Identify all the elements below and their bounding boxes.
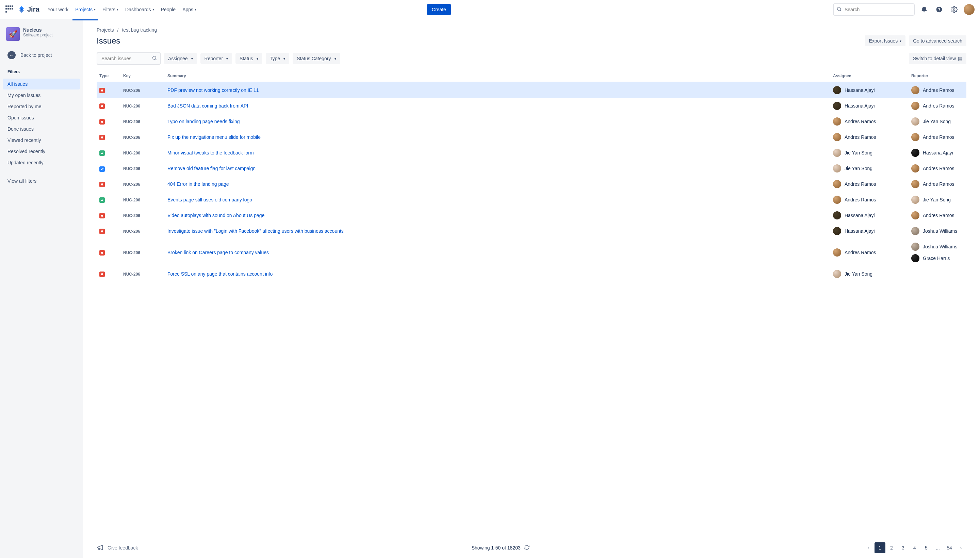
jira-logo[interactable]: Jira [18,5,39,14]
issue-summary-link[interactable]: Events page still uses old company logo [167,197,252,202]
issue-type-icon [99,182,105,187]
filter-viewed-recently[interactable]: Viewed recently [3,135,80,146]
nav-apps[interactable]: Apps▾ [180,4,199,15]
global-search-input[interactable] [833,3,915,16]
app-switcher-icon[interactable] [5,5,14,14]
table-row[interactable]: NUC-206Bad JSON data coming back from AP… [97,98,966,114]
assignee-name: Hassana Ajayi [845,87,875,93]
table-row[interactable]: NUC-206FIx up the navigations menu slide… [97,129,966,145]
search-icon [152,56,157,62]
issues-search-input[interactable] [97,53,161,65]
assignee-name: Jie Yan Song [845,271,872,277]
pagination-next[interactable]: › [955,542,966,553]
col-assignee[interactable]: Assignee [830,70,909,82]
issue-summary-link[interactable]: Remove old feature flag for last campaig… [167,166,256,171]
issue-key[interactable]: NUC-206 [123,272,140,277]
page-title: Issues [97,36,120,46]
export-issues-button[interactable]: Export Issues ▾ [865,35,906,46]
filter-resolved-recently[interactable]: Resolved recently [3,146,80,157]
profile-avatar[interactable] [964,4,975,15]
filter-pill-assignee[interactable]: Assignee▾ [164,53,197,64]
refresh-icon[interactable] [524,545,529,551]
nav-your-work[interactable]: Your work [45,4,71,15]
issue-key[interactable]: NUC-206 [123,213,140,218]
help-icon[interactable]: ? [934,4,945,15]
settings-icon[interactable] [949,4,960,15]
avatar [833,270,841,278]
col-summary[interactable]: Summary [165,70,830,82]
issue-key[interactable]: NUC-206 [123,120,140,124]
assignee-name: Hassana Ajayi [845,228,875,234]
col-type[interactable]: Type [97,70,120,82]
give-feedback-link[interactable]: Give feedback [97,544,138,552]
page-1[interactable]: 1 [875,542,885,553]
issue-summary-link[interactable]: Bad JSON data coming back from API [167,103,248,108]
issue-summary-link[interactable]: FIx up the navigations menu slide for mo… [167,135,261,140]
filter-pill-type[interactable]: Type▾ [266,53,289,64]
page-3[interactable]: 3 [898,542,909,553]
advanced-search-button[interactable]: Go to advanced search [909,35,966,46]
filter-pill-status-category[interactable]: Status Category▾ [293,53,340,64]
col-reporter[interactable]: Reporter [909,70,966,82]
chevron-down-icon: ▾ [335,57,336,61]
project-type: Software project [23,33,53,38]
breadcrumb-projects[interactable]: Projects [97,27,114,33]
nav-dashboards[interactable]: Dashboards▾ [123,4,157,15]
filter-pill-reporter[interactable]: Reporter▾ [200,53,232,64]
table-row[interactable]: NUC-206Force SSL on any page that contai… [97,266,966,282]
filter-open-issues[interactable]: Open issues [3,112,80,123]
filter-pill-status[interactable]: Status▾ [235,53,263,64]
issue-key[interactable]: NUC-206 [123,104,140,108]
breadcrumb-project-name[interactable]: test bug tracking [122,27,157,33]
issue-key[interactable]: NUC-206 [123,151,140,156]
page-5[interactable]: 5 [921,542,932,553]
issue-key[interactable]: NUC-206 [123,182,140,187]
avatar [911,86,919,94]
table-row[interactable]: NUC-206PDF preview not working correctly… [97,82,966,98]
issue-summary-link[interactable]: Typo on landing page needs fixing [167,119,240,124]
nav-people[interactable]: People [158,4,179,15]
issue-summary-link[interactable]: Broken link on Careers page to company v… [167,250,269,255]
table-row[interactable]: NUC-206404 Error in the landing pageAndr… [97,176,966,192]
page-2[interactable]: 2 [886,542,897,553]
filter-all-issues[interactable]: All issues [3,79,80,89]
issue-summary-link[interactable]: Minor visual tweaks to the feedback form [167,150,254,156]
issue-key[interactable]: NUC-206 [123,88,140,93]
view-all-filters-link[interactable]: View all filters [3,176,80,187]
filter-reported-by-me[interactable]: Reported by me [3,101,80,112]
avatar [833,164,841,172]
table-row[interactable]: NUC-206Typo on landing page needs fixing… [97,114,966,129]
back-to-project-link[interactable]: ← Back to project [3,48,80,62]
table-row[interactable]: NUC-206Video autoplays with sound on Abo… [97,208,966,223]
filter-done-issues[interactable]: Done issues [3,123,80,135]
pagination-prev[interactable]: ‹ [863,542,874,553]
col-key[interactable]: Key [120,70,165,82]
avatar [911,227,919,235]
issue-key[interactable]: NUC-206 [123,135,140,140]
reporter-name: Joshua Williams [923,228,957,234]
issue-summary-link[interactable]: Investigate issue with "Login with Faceb… [167,228,344,234]
table-row[interactable]: NUC-206Events page still uses old compan… [97,192,966,208]
table-row[interactable]: NUC-206Remove old feature flag for last … [97,161,966,176]
nav-filters[interactable]: Filters▾ [100,4,121,15]
table-row[interactable]: NUC-206Broken link on Careers page to co… [97,239,966,266]
issue-summary-link[interactable]: Force SSL on any page that contains acco… [167,271,272,277]
create-button[interactable]: Create [427,4,451,15]
page-54[interactable]: 54 [944,542,955,553]
filter-updated-recently[interactable]: Updated recently [3,157,80,168]
switch-view-button[interactable]: Switch to detail view ▤ [909,53,966,64]
issue-summary-link[interactable]: PDF preview not working correctly on IE … [167,87,259,93]
breadcrumb: Projects / test bug tracking [97,27,966,33]
notifications-icon[interactable] [919,4,930,15]
issue-key[interactable]: NUC-206 [123,229,140,234]
issue-key[interactable]: NUC-206 [123,198,140,202]
issue-summary-link[interactable]: 404 Error in the landing page [167,181,229,187]
issue-key[interactable]: NUC-206 [123,166,140,171]
filter-my-open-issues[interactable]: My open issues [3,90,80,101]
issue-summary-link[interactable]: Video autoplays with sound on About Us p… [167,213,264,218]
nav-projects[interactable]: Projects▾ [72,4,98,15]
table-row[interactable]: NUC-206Minor visual tweaks to the feedba… [97,145,966,161]
table-row[interactable]: NUC-206Investigate issue with "Login wit… [97,223,966,239]
issue-key[interactable]: NUC-206 [123,250,140,255]
page-4[interactable]: 4 [909,542,920,553]
